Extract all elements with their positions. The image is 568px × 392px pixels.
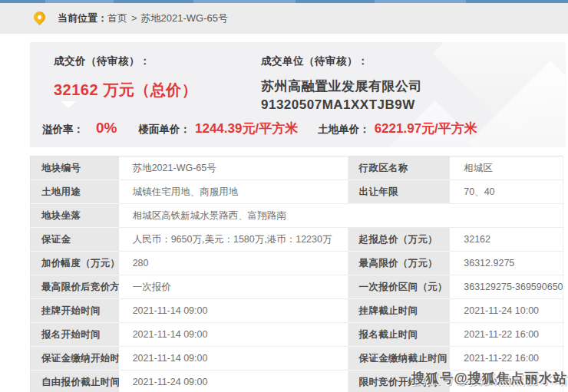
watermark-text: 搜狐号@搜狐焦点丽水站	[411, 369, 567, 387]
table-value-cell: 2021-11-24 09:00	[119, 371, 348, 392]
table-label-cell: 报名开始时间	[31, 323, 119, 347]
table-value-cell: 280	[119, 252, 348, 275]
table-label-cell: 一次报价区间（元）	[348, 275, 450, 299]
table-row: 地块坐落相城区高铁新城水景路西、富翔路南	[31, 204, 563, 228]
table-value-cell: 城镇住宅用地、商服用地	[119, 180, 348, 204]
table-row: 保证金缴纳开始时间2021-11-14 09:00保证金缴纳截止时间2021-1…	[31, 347, 563, 371]
table-value-cell: 2021-11-14 09:00	[119, 347, 348, 371]
table-row: 最高限价后竞价方式一次报价一次报价区间（元）363129275-36959065…	[31, 275, 563, 299]
table-row: 地块编号苏地2021-WG-65号行政区名称相城区	[31, 156, 563, 180]
deal-price-label: 成交价（待审核）：	[54, 54, 261, 68]
table-label-cell: 出让年限	[348, 180, 450, 204]
breadcrumb-separator: >	[131, 12, 137, 24]
winning-company-code: 91320507MA1XXTJB9W	[261, 96, 553, 114]
table-label-cell: 加价幅度（万元）	[31, 252, 119, 275]
premium-rate-value: 0%	[96, 120, 117, 137]
table-label-cell: 保证金缴纳截止时间	[348, 347, 450, 371]
table-label-cell: 地块坐落	[31, 204, 119, 228]
table-value-cell: 32162	[450, 228, 563, 252]
table-value-cell: 70、40	[450, 180, 563, 204]
table-label-cell: 挂牌开始时间	[31, 299, 119, 323]
table-value-cell: 2021-11-22 16:00	[450, 323, 563, 347]
table-label-cell: 起报总价（万元）	[348, 228, 450, 252]
table-value-cell: 36312.9275	[450, 252, 563, 275]
table-value-cell: 2021-11-14 09:00	[119, 299, 348, 323]
breadcrumb-label: 当前位置：	[58, 12, 107, 24]
premium-row: 溢价率： 0% 楼面单价： 1244.39元/平方米 土地单价： 6221.97…	[42, 120, 477, 137]
table-value-cell: 相城区	[450, 156, 563, 180]
floor-price-value: 1244.39元/平方米	[195, 120, 298, 137]
section-notch-triangle	[61, 101, 76, 108]
table-row: 挂牌开始时间2021-11-14 09:00挂牌截止时间2021-11-24 1…	[31, 299, 563, 323]
deal-unit-block: 成交单位（待审核）： 苏州高融置业发展有限公司 91320507MA1XXTJB…	[261, 54, 553, 114]
floor-price-label: 楼面单价：	[138, 123, 190, 137]
land-parcel-info-table: 地块编号苏地2021-WG-65号行政区名称相城区土地用途城镇住宅用地、商服用地…	[30, 156, 563, 392]
location-pin-icon	[31, 8, 48, 25]
breadcrumb-home-link[interactable]: 首页	[107, 12, 127, 24]
table-row: 加价幅度（万元）280最高限价（万元）36312.9275	[31, 252, 563, 275]
table-label-cell: 地块编号	[31, 156, 119, 180]
breadcrumb-current: 苏地2021-WG-65号	[141, 12, 228, 24]
table-label-cell: 报名截止时间	[348, 323, 450, 347]
table-label-cell: 挂牌截止时间	[348, 299, 450, 323]
table-row: 报名开始时间2021-11-14 09:00报名截止时间2021-11-22 1…	[31, 323, 563, 347]
table-label-cell: 最高限价（万元）	[348, 252, 450, 275]
table-row: 保证金人民币：9650万,美元：1580万,港币：12230万起报总价（万元）3…	[31, 228, 563, 252]
table-value-cell: 一次报价	[119, 275, 348, 299]
table-row: 土地用途城镇住宅用地、商服用地出让年限70、40	[31, 180, 563, 204]
table-value-cell: 苏地2021-WG-65号	[119, 156, 348, 180]
breadcrumb: 当前位置：首页>苏地2021-WG-65号	[0, 3, 568, 34]
deal-price-value: 32162 万元（总价）	[54, 80, 261, 100]
table-value-cell: 2021-11-24 10:00	[450, 299, 563, 323]
land-unit-price-value: 6221.97元/平方米	[375, 120, 477, 137]
premium-rate-label: 溢价率：	[42, 123, 84, 137]
table-value-cell: 363129275-369590650	[450, 275, 563, 299]
table-value-cell: 2021-11-14 09:00	[119, 323, 348, 347]
table-label-cell: 自由报价截止时间	[31, 371, 119, 392]
winning-company-name: 苏州高融置业发展有限公司	[261, 77, 553, 96]
deal-price-block: 成交价（待审核）： 32162 万元（总价）	[54, 54, 261, 114]
deal-unit-label: 成交单位（待审核）：	[261, 54, 553, 68]
page: 当前位置：首页>苏地2021-WG-65号 成交价（待审核）： 32162 万元…	[0, 0, 568, 392]
table-value-cell: 人民币：9650万,美元：1580万,港币：12230万	[119, 228, 348, 252]
table-label-cell: 保证金缴纳开始时间	[31, 347, 119, 371]
table-value-cell: 2021-11-22 16:00	[450, 347, 563, 371]
table-label-cell: 保证金	[31, 228, 119, 252]
table-label-cell: 土地用途	[31, 180, 119, 204]
table-value-cell: 相城区高铁新城水景路西、富翔路南	[119, 204, 563, 228]
deal-summary-panel: 成交价（待审核）： 32162 万元（总价） 成交单位（待审核）： 苏州高融置业…	[30, 42, 566, 147]
table-label-cell: 最高限价后竞价方式	[31, 275, 119, 299]
table-label-cell: 行政区名称	[348, 156, 450, 180]
land-unit-price-label: 土地单价：	[318, 123, 370, 137]
